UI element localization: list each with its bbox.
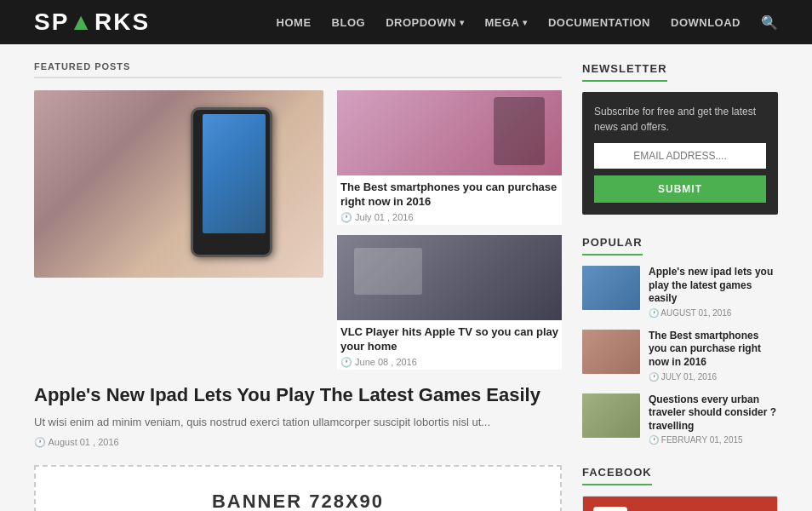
nav-download[interactable]: DOWNLOAD [671, 16, 741, 29]
facebook-section: FACEBOOK T/Y Templatesyard 716 likes Tem… [582, 465, 778, 511]
popular-section: POPULAR Apple's new ipad lets you play t… [582, 235, 778, 445]
featured-label: FEATURED POSTS [34, 61, 562, 78]
banner-text: BANNER 728X90 [60, 491, 536, 511]
search-icon[interactable]: 🔍 [761, 14, 778, 31]
popular-info-1: Apple's new ipad lets you play the lates… [649, 266, 778, 318]
nav-home[interactable]: HOME [277, 16, 312, 29]
newsletter-title: NEWSLETTER [582, 62, 667, 82]
main-article-title: Apple's New Ipad Lets You Play The Lates… [34, 383, 562, 408]
page-container: FEATURED POSTS The Best smartphones you … [0, 44, 812, 511]
newsletter-section: NEWSLETTER Subscribe for free and get th… [582, 61, 778, 215]
nav-mega[interactable]: MEGA [484, 16, 528, 29]
main-article-excerpt: Ut wisi enim ad minim veniam, quis nostr… [34, 414, 562, 432]
side-card-1-image [337, 90, 562, 175]
sidebar: NEWSLETTER Subscribe for free and get th… [582, 61, 778, 511]
popular-thumb-2 [582, 330, 640, 374]
side-card-2-body: VLC Player hits Apple TV so you can play… [337, 320, 562, 370]
main-nav: HOME BLOG DROPDOWN MEGA DOCUMENTATION DO… [277, 14, 778, 31]
featured-grid: The Best smartphones you can purchase ri… [34, 90, 562, 370]
side-card-2-image [337, 235, 562, 320]
featured-main-image[interactable] [34, 90, 323, 278]
popular-item-1[interactable]: Apple's new ipad lets you play the lates… [582, 266, 778, 318]
main-article-meta: 🕐 August 01 , 2016 [34, 437, 562, 448]
nav-blog[interactable]: BLOG [332, 16, 366, 29]
submit-button[interactable]: SUBMIT [594, 175, 766, 203]
featured-side-articles: The Best smartphones you can purchase ri… [337, 90, 562, 370]
popular-thumb-3 [582, 393, 640, 438]
popular-meta-1: 🕐 AUGUST 01, 2016 [649, 308, 778, 318]
site-logo[interactable]: SP▲RKS [34, 9, 150, 36]
main-content: FEATURED POSTS The Best smartphones you … [34, 61, 562, 511]
clock-icon-4: 🕐 [649, 308, 659, 318]
facebook-box: T/Y Templatesyard 716 likes Templatesyar… [582, 496, 778, 511]
popular-title-3: Questions every urban traveler should co… [649, 393, 778, 433]
fb-header[interactable]: T/Y Templatesyard 716 likes [583, 497, 777, 511]
side-card-1-body: The Best smartphones you can purchase ri… [337, 175, 562, 225]
side-card-1-meta: 🕐 July 01 , 2016 [340, 212, 558, 223]
clock-icon-2: 🕐 [340, 357, 352, 367]
side-card-1-title: The Best smartphones you can purchase ri… [340, 181, 558, 210]
popular-thumb-1 [582, 266, 640, 310]
featured-main-article [34, 90, 323, 370]
newsletter-description: Subscribe for free and get the latest ne… [594, 104, 766, 135]
facebook-section-title: FACEBOOK [582, 466, 652, 485]
clock-icon: 🕐 [340, 212, 352, 222]
popular-item-2[interactable]: The Best smartphones you can purchase ri… [582, 330, 778, 382]
popular-title: POPULAR [582, 236, 643, 256]
main-article-body: Apple's New Ipad Lets You Play The Lates… [34, 383, 562, 448]
email-input[interactable] [594, 143, 766, 169]
newsletter-box: Subscribe for free and get the latest ne… [582, 92, 778, 215]
clock-icon-5: 🕐 [649, 372, 659, 382]
clock-icon-6: 🕐 [649, 435, 659, 445]
side-card-2-title: VLC Player hits Apple TV so you can play… [340, 325, 558, 354]
banner-area[interactable]: BANNER 728X90 [34, 465, 562, 511]
clock-icon-3: 🕐 [34, 437, 46, 447]
side-card-2[interactable]: VLC Player hits Apple TV so you can play… [337, 235, 562, 370]
fb-logo: T/Y [593, 507, 627, 511]
popular-info-3: Questions every urban traveler should co… [649, 393, 778, 445]
side-card-2-meta: 🕐 June 08 , 2016 [340, 357, 558, 368]
popular-meta-3: 🕐 FEBRUARY 01, 2015 [649, 435, 778, 445]
popular-title-2: The Best smartphones you can purchase ri… [649, 330, 778, 370]
popular-meta-2: 🕐 JULY 01, 2016 [649, 372, 778, 382]
site-header: SP▲RKS HOME BLOG DROPDOWN MEGA DOCUMENTA… [0, 0, 812, 44]
popular-title-1: Apple's new ipad lets you play the lates… [649, 266, 778, 306]
popular-item-3[interactable]: Questions every urban traveler should co… [582, 393, 778, 445]
nav-dropdown[interactable]: DROPDOWN [386, 16, 464, 29]
side-card-1[interactable]: The Best smartphones you can purchase ri… [337, 90, 562, 225]
nav-documentation[interactable]: DOCUMENTATION [548, 16, 650, 29]
popular-info-2: The Best smartphones you can purchase ri… [649, 330, 778, 382]
